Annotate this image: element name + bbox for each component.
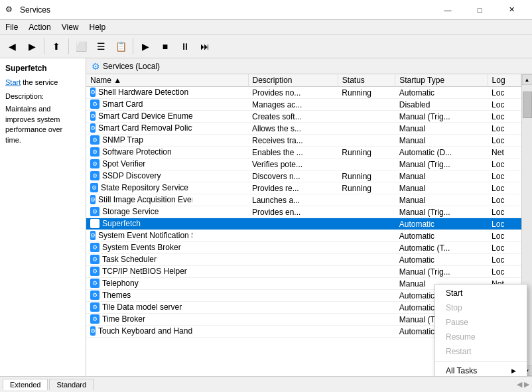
col-log[interactable]: Log <box>488 74 521 87</box>
table-row[interactable]: ⚙Spot VerifierVerifies pote...Manual (Tr… <box>86 159 521 170</box>
col-description[interactable]: Description <box>248 74 338 87</box>
cell-startup: Manual (Trig... <box>395 159 488 170</box>
service-icon: ⚙ <box>90 279 100 288</box>
pause-service-button[interactable]: ⏸ <box>176 37 194 56</box>
context-menu: StartStopPauseResumeRestartAll Tasks▶Ref… <box>434 284 527 376</box>
cell-status <box>338 254 395 266</box>
close-button[interactable]: ✕ <box>496 0 527 20</box>
cell-log: Loc <box>488 123 521 135</box>
tab-extended[interactable]: Extended <box>3 379 48 390</box>
col-name[interactable]: Name ▲ <box>86 74 248 87</box>
cell-desc: Discovers n... <box>248 170 338 182</box>
horizontal-scroll-indicator: ◀ ▶ <box>517 380 529 389</box>
cell-name: ⚙SNMP Trap <box>86 135 192 145</box>
context-menu-separator <box>435 361 527 361</box>
context-menu-item-all-tasks[interactable]: All Tasks▶ <box>435 363 527 376</box>
cell-name: ⚙Time Broker <box>86 314 192 324</box>
forward-button[interactable]: ▶ <box>23 37 41 56</box>
description-block: Description: Maintains and improves syst… <box>5 92 80 145</box>
description-label: Description: <box>5 92 80 101</box>
scroll-thumb[interactable] <box>523 92 532 118</box>
table-row[interactable]: ⚙State Repository ServiceProvides re...R… <box>86 182 521 194</box>
back-button[interactable]: ◀ <box>3 37 21 56</box>
table-row[interactable]: ⚙SSDP DiscoveryDiscovers n...RunningManu… <box>86 170 521 182</box>
stop-service-button[interactable]: ■ <box>156 37 174 56</box>
menu-help[interactable]: Help <box>84 20 111 34</box>
selected-service-name: Superfetch <box>5 64 80 73</box>
table-row[interactable]: ⚙SNMP TrapReceives tra...ManualLoc <box>86 135 521 147</box>
cell-desc: Provides en... <box>248 206 338 218</box>
service-icon: ⚙ <box>90 207 100 216</box>
cell-log: Loc <box>488 266 521 278</box>
toolbar-list-button[interactable]: ☰ <box>92 37 110 56</box>
table-row[interactable]: ⚙Task SchedulerAutomaticLoc <box>86 254 521 266</box>
table-row[interactable]: ⚙System Events BrokerAutomatic (T...Loc <box>86 242 521 254</box>
cell-startup: Automatic <box>395 230 488 242</box>
cell-desc <box>248 302 338 314</box>
cell-desc <box>248 242 338 254</box>
table-row[interactable]: ⚙Smart CardManages ac...DisabledLoc <box>86 99 521 111</box>
cell-startup: Automatic <box>395 254 488 266</box>
menu-view[interactable]: View <box>56 20 84 34</box>
service-name-text: Smart Card Removal Policy <box>98 123 192 133</box>
service-name-text: SNMP Trap <box>102 135 143 145</box>
minimize-button[interactable]: — <box>432 0 463 20</box>
service-name-text: Touch Keyboard and Hand... <box>98 326 192 336</box>
table-header: Name ▲ Description Status Startup Type L… <box>86 74 521 87</box>
restart-service-button[interactable]: ⏭ <box>196 37 214 56</box>
table-row[interactable]: ⚙Software ProtectionEnables the ...Runni… <box>86 147 521 159</box>
table-row[interactable]: ⚙Shell Hardware DetectionProvides no...R… <box>86 87 521 99</box>
tab-standard[interactable]: Standard <box>49 379 94 390</box>
table-row[interactable]: ⚙Still Image Acquisition EventsLaunches … <box>86 194 521 206</box>
start-service-link[interactable]: Start <box>5 78 21 86</box>
table-row[interactable]: ⚙TCP/IP NetBIOS HelperManual (Trig...Loc <box>86 266 521 278</box>
cell-log: Loc <box>488 218 521 230</box>
service-icon: ⚙ <box>90 88 96 97</box>
cell-desc <box>248 278 338 290</box>
services-header-bar: ⚙ Services (Local) <box>86 58 532 74</box>
start-service-button[interactable]: ▶ <box>136 37 155 56</box>
cell-startup: Manual (Trig... <box>395 111 488 123</box>
cell-status <box>338 99 395 111</box>
toolbar-show-hide-button[interactable]: ⬜ <box>72 37 90 56</box>
col-status[interactable]: Status <box>338 74 395 87</box>
cell-startup: Automatic <box>395 218 488 230</box>
table-row[interactable]: ⚙SuperfetchAutomaticLoc <box>86 218 521 230</box>
status-bar: Extended Standard ◀ ▶ <box>0 376 532 392</box>
cell-name: ⚙Touch Keyboard and Hand... <box>86 326 192 336</box>
menu-bar: File Action View Help <box>0 20 532 34</box>
col-startup[interactable]: Startup Type <box>395 74 488 87</box>
context-menu-label: Stop <box>446 303 462 312</box>
window-title: Services <box>20 5 432 15</box>
cell-name: ⚙System Event Notification S... <box>86 230 192 241</box>
cell-name: ⚙System Events Broker <box>86 242 192 253</box>
table-row[interactable]: ⚙Storage ServiceProvides en...Manual (Tr… <box>86 206 521 218</box>
cell-log: Loc <box>488 170 521 182</box>
service-name-text: Spot Verifier <box>102 159 145 168</box>
service-name-text: Still Image Acquisition Events <box>98 195 192 204</box>
service-icon: ⚙ <box>90 111 96 121</box>
service-name-text: Telephony <box>102 279 139 288</box>
toolbar-up-button[interactable]: ⬆ <box>47 37 66 56</box>
table-row[interactable]: ⚙Smart Card Removal PolicyAllows the s..… <box>86 123 521 135</box>
table-row[interactable]: ⚙Smart Card Device Enumera...Creates sof… <box>86 111 521 123</box>
cell-name: ⚙Task Scheduler <box>86 254 192 265</box>
toolbar-properties-button[interactable]: 📋 <box>111 37 130 56</box>
context-menu-item-start[interactable]: Start <box>435 286 527 300</box>
table-row[interactable]: ⚙System Event Notification S...Automatic… <box>86 230 521 242</box>
cell-status <box>338 326 395 338</box>
cell-desc <box>248 314 338 326</box>
cell-log: Loc <box>488 159 521 170</box>
menu-action[interactable]: Action <box>23 20 56 34</box>
cell-startup: Automatic (T... <box>395 242 488 254</box>
cell-status <box>338 206 395 218</box>
service-icon: ⚙ <box>90 231 96 240</box>
cell-startup: Automatic <box>395 87 488 99</box>
context-menu-label: All Tasks <box>446 366 477 375</box>
scroll-up-arrow[interactable]: ▲ <box>522 74 533 85</box>
cell-status <box>338 266 395 278</box>
left-panel: Superfetch Start the service Description… <box>0 58 86 376</box>
maximize-button[interactable]: □ <box>464 0 495 20</box>
menu-file[interactable]: File <box>0 20 23 34</box>
service-name-text: System Event Notification S... <box>98 231 192 240</box>
